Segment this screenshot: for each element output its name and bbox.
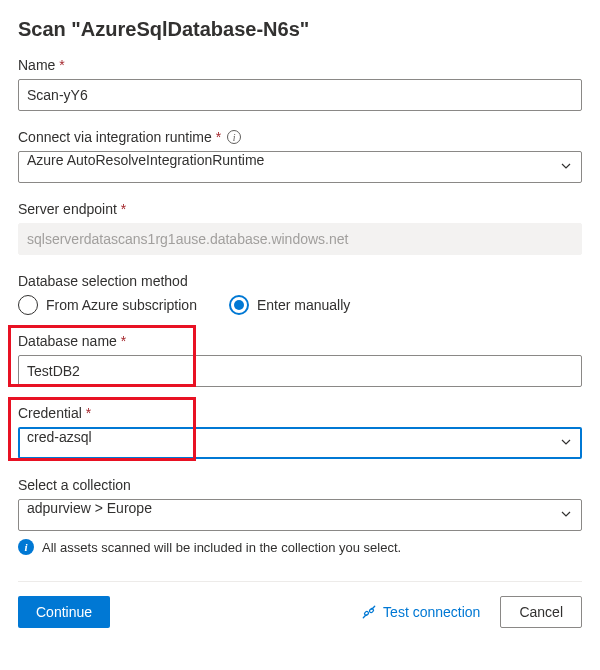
info-icon: i: [18, 539, 34, 555]
field-name: Name *: [18, 57, 582, 111]
page-title: Scan "AzureSqlDatabase-N6s": [18, 18, 582, 41]
connector-icon: [361, 604, 377, 620]
field-endpoint: Server endpoint *: [18, 201, 582, 255]
cancel-button[interactable]: Cancel: [500, 596, 582, 628]
required-asterisk: *: [121, 201, 126, 217]
credential-select[interactable]: cred-azsql: [18, 427, 582, 459]
collection-select[interactable]: adpurview > Europe: [18, 499, 582, 531]
db-name-input[interactable]: [18, 355, 582, 387]
svg-rect-0: [364, 611, 369, 616]
name-label: Name: [18, 57, 55, 73]
radio-icon-selected: [229, 295, 249, 315]
field-runtime: Connect via integration runtime * i Azur…: [18, 129, 582, 183]
radio-from-subscription[interactable]: From Azure subscription: [18, 295, 197, 315]
radio-label-subscription: From Azure subscription: [46, 297, 197, 313]
test-connection-button[interactable]: Test connection: [353, 596, 488, 628]
db-name-label: Database name: [18, 333, 117, 349]
runtime-value: Azure AutoResolveIntegrationRuntime: [27, 152, 264, 168]
radio-enter-manually[interactable]: Enter manually: [229, 295, 350, 315]
field-credential: Credential * cred-azsql: [18, 405, 582, 459]
info-text: All assets scanned will be included in t…: [42, 540, 401, 555]
field-collection: Select a collection adpurview > Europe i…: [18, 477, 582, 555]
required-asterisk: *: [216, 129, 221, 145]
svg-rect-1: [369, 608, 374, 613]
endpoint-input: [18, 223, 582, 255]
radio-label-manual: Enter manually: [257, 297, 350, 313]
db-method-label: Database selection method: [18, 273, 188, 289]
test-connection-label: Test connection: [383, 604, 480, 620]
collection-value: adpurview > Europe: [27, 500, 152, 516]
endpoint-label: Server endpoint: [18, 201, 117, 217]
credential-label: Credential: [18, 405, 82, 421]
required-asterisk: *: [121, 333, 126, 349]
credential-value: cred-azsql: [27, 429, 92, 445]
radio-dot: [234, 300, 244, 310]
footer-bar: Continue Test connection Cancel: [18, 581, 582, 642]
runtime-label: Connect via integration runtime: [18, 129, 212, 145]
field-db-name: Database name *: [18, 333, 582, 387]
required-asterisk: *: [86, 405, 91, 421]
required-asterisk: *: [59, 57, 64, 73]
collection-label: Select a collection: [18, 477, 131, 493]
info-row: i All assets scanned will be included in…: [18, 539, 582, 555]
name-input[interactable]: [18, 79, 582, 111]
radio-icon: [18, 295, 38, 315]
info-icon[interactable]: i: [227, 130, 241, 144]
runtime-select[interactable]: Azure AutoResolveIntegrationRuntime: [18, 151, 582, 183]
continue-button[interactable]: Continue: [18, 596, 110, 628]
field-db-method: Database selection method From Azure sub…: [18, 273, 582, 315]
